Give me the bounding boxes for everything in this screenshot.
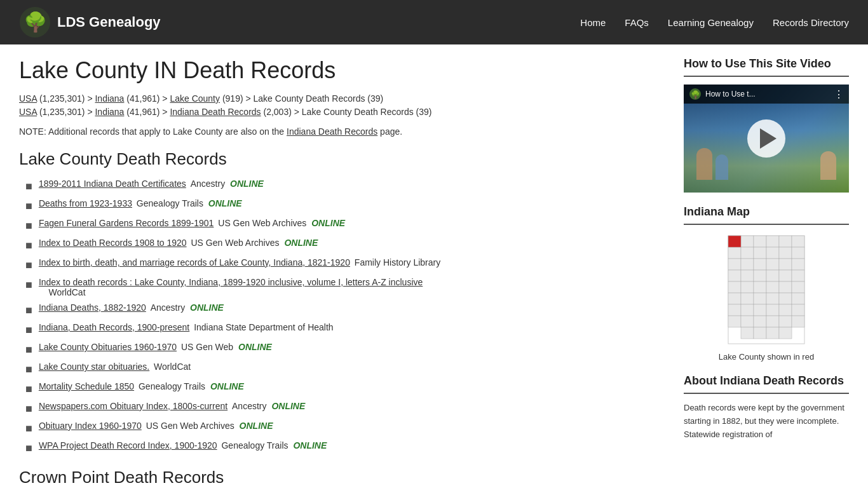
record-content: Indiana, Death Records, 1900-present Ind… [39,322,334,332]
list-item: ■ Indiana Deaths, 1882-1920 Ancestry ONL… [25,302,665,317]
record-link[interactable]: Index to Death Records 1908 to 1920 [39,238,187,248]
record-link[interactable]: Obituary Index 1960-1970 [39,421,142,431]
record-link[interactable]: Indiana Deaths, 1882-1920 [39,302,146,313]
svg-rect-10 [792,236,804,247]
svg-rect-12 [741,247,754,259]
record-source: Ancestry [151,302,185,313]
breadcrumb-indiana-1[interactable]: Indiana [95,93,124,104]
svg-rect-41 [728,304,741,316]
section2-title: Crown Point Death Records [19,468,665,487]
record-source: US Gen Web [181,342,233,352]
logo-icon: 🌳 [19,6,51,38]
svg-rect-27 [779,270,792,281]
page-title: Lake County IN Death Records [19,57,665,84]
indiana-death-records-link[interactable]: Indiana Death Records [287,126,377,137]
logo-text: LDS Genealogy [57,14,161,30]
svg-rect-34 [792,281,804,293]
record-link[interactable]: Mortality Schedule 1850 [39,381,134,391]
site-header: 🌳 LDS Genealogy Home FAQs Learning Genea… [0,0,868,44]
svg-rect-44 [766,304,779,316]
record-source: Indiana State Department of Health [194,322,333,332]
bullet-icon: ■ [25,422,32,435]
breadcrumb-indiana-death-records[interactable]: Indiana Death Records [170,107,261,117]
breadcrumb-usa-1[interactable]: USA [19,93,37,104]
bullet-icon: ■ [25,383,32,396]
record-content: Mortality Schedule 1850 Genealogy Trails… [39,381,244,391]
map-section-title: Indiana Map [684,205,849,219]
record-link[interactable]: WPA Project Death Record Index, 1900-192… [39,440,217,451]
svg-rect-53 [741,327,754,339]
nav-records-directory[interactable]: Records Directory [773,17,849,28]
online-badge: ONLINE [208,198,242,208]
breadcrumb-usa-2[interactable]: USA [19,107,37,117]
svg-rect-38 [766,293,779,304]
nav-home[interactable]: Home [580,17,606,28]
svg-rect-49 [754,316,766,327]
nav-faqs[interactable]: FAQs [625,17,649,28]
person-shape-2 [715,154,728,180]
record-source: Ancestry [232,401,266,411]
record-source: Genealogy Trails [221,440,288,451]
record-link[interactable]: Deaths from 1923-1933 [39,198,132,208]
svg-rect-46 [792,304,804,316]
record-content: Lake County Obituaries 1960-1970 US Gen … [39,342,272,352]
video-thumb-inner [684,85,849,193]
svg-rect-23 [728,270,741,281]
breadcrumb-lake-county[interactable]: Lake County [170,93,220,104]
svg-rect-32 [766,281,779,293]
list-item: ■ Index to birth, death, and marriage re… [25,257,665,272]
svg-rect-35 [728,293,741,304]
record-content: Indiana Deaths, 1882-1920 Ancestry ONLIN… [39,302,224,313]
bullet-icon: ■ [25,323,32,337]
list-item: ■ Obituary Index 1960-1970 US Gen Web Ar… [25,421,665,435]
record-link[interactable]: Index to birth, death, and marriage reco… [39,257,350,268]
record-link[interactable]: Indiana, Death Records, 1900-present [39,322,189,332]
record-link[interactable]: Fagen Funeral Gardens Records 1899-1901 [39,218,214,228]
record-link[interactable]: Index to death records : Lake County, In… [39,277,423,287]
svg-rect-42 [741,304,754,316]
online-badge: ONLINE [311,218,345,228]
indiana-map-container [684,233,849,347]
record-link[interactable]: Lake County star obituaries. [39,362,149,372]
list-item: ■ 1899-2011 Indiana Death Certificates A… [25,179,665,193]
svg-rect-11 [728,247,741,259]
svg-rect-47 [728,316,741,327]
sidebar-about-divider [684,393,849,394]
svg-rect-48 [741,316,754,327]
breadcrumb-indiana-2[interactable]: Indiana [95,107,124,117]
svg-rect-43 [754,304,766,316]
bullet-icon: ■ [25,363,32,376]
play-button[interactable] [747,119,785,158]
svg-rect-51 [779,316,792,327]
svg-rect-39 [779,293,792,304]
record-link[interactable]: Lake County Obituaries 1960-1970 [39,342,177,352]
svg-rect-6 [741,236,754,247]
svg-rect-55 [766,327,779,339]
record-content: 1899-2011 Indiana Death Certificates Anc… [39,179,264,189]
about-text: Death records were kept by the governmen… [684,402,849,441]
list-item: ■ Index to death records : Lake County, … [25,277,665,297]
svg-rect-25 [754,270,766,281]
bullet-icon: ■ [25,200,32,213]
record-link[interactable]: Newspapers.com Obituary Index, 1800s-cur… [39,401,227,411]
list-item: ■ Indiana, Death Records, 1900-present I… [25,322,665,337]
record-source: US Gen Web Archives [218,218,306,228]
svg-rect-26 [766,270,779,281]
indiana-map-svg [725,233,808,347]
bullet-icon: ■ [25,304,32,317]
logo-area[interactable]: 🌳 LDS Genealogy [19,6,161,38]
bullet-icon: ■ [25,402,32,416]
svg-rect-54 [754,327,766,339]
record-content: Obituary Index 1960-1970 US Gen Web Arch… [39,421,273,431]
bullet-icon: ■ [25,442,32,455]
nav-learning-genealogy[interactable]: Learning Genealogy [668,17,754,28]
video-thumbnail[interactable]: 🌳 How to Use t... ⋮ [684,85,849,193]
svg-rect-7 [754,236,766,247]
svg-rect-18 [741,259,754,270]
video-section: How to Use This Site Video 🌳 How to Use … [684,57,849,193]
note-text: NOTE: Additional records that apply to L… [19,126,665,137]
record-link[interactable]: 1899-2011 Indiana Death Certificates [39,179,186,189]
lake-county-highlight [728,236,741,247]
svg-rect-14 [766,247,779,259]
svg-rect-33 [779,281,792,293]
